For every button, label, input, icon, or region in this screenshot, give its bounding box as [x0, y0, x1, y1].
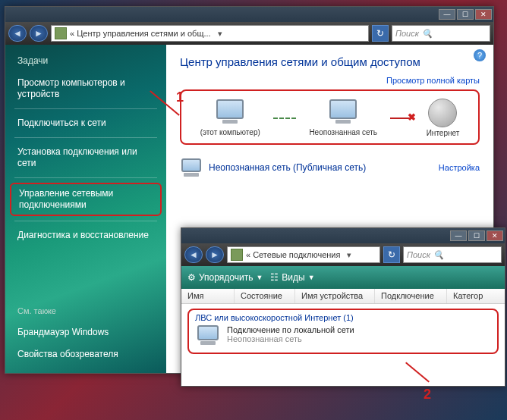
col-device[interactable]: Имя устройства: [295, 289, 375, 303]
views-icon: ☷: [270, 272, 279, 283]
column-header: Имя Состояние Имя устройства Подключение…: [181, 289, 505, 304]
titlebar: — ☐ ✕: [181, 228, 505, 243]
connection-item[interactable]: Подключение по локальной сети Неопознанн…: [195, 325, 491, 346]
navbar: ◄ ► « Сетевые подключения ▾ ↻ Поиск 🔍: [181, 243, 505, 266]
search-input[interactable]: Поиск 🔍: [403, 246, 502, 263]
network-row: Неопознанная сеть (Публичная сеть) Настр…: [180, 158, 480, 177]
customize-link[interactable]: Настройка: [439, 163, 480, 172]
connection-group: ЛВС или высокоскоростной Интернет (1) По…: [187, 309, 499, 354]
broken-connection-line: [390, 118, 413, 119]
search-icon: 🔍: [433, 250, 444, 260]
col-conn[interactable]: Подключение: [375, 289, 447, 303]
close-button[interactable]: ✕: [475, 9, 492, 20]
minimize-button[interactable]: —: [450, 230, 467, 241]
close-button[interactable]: ✕: [487, 230, 503, 241]
maximize-button[interactable]: ☐: [468, 230, 485, 241]
sidebar: Задачи Просмотр компьютеров и устройств …: [5, 45, 166, 373]
sidebar-foot-firewall[interactable]: Брандмауэр Windows: [5, 321, 166, 343]
refresh-button[interactable]: ↻: [383, 246, 400, 263]
sidebar-item-setup[interactable]: Установка подключения или сети: [5, 141, 166, 174]
chevron-down-icon: ▼: [256, 274, 263, 281]
connection-text: Подключение по локальной сети Неопознанн…: [227, 325, 354, 343]
network-icon: [55, 27, 67, 39]
node-this-computer: (этот компьютер): [200, 99, 260, 136]
connection-name: Подключение по локальной сети: [227, 325, 354, 334]
computer-icon: [213, 99, 247, 127]
help-icon[interactable]: ?: [474, 49, 486, 61]
sidebar-item-connect[interactable]: Подключиться к сети: [5, 112, 166, 134]
group-title[interactable]: ЛВС или высокоскоростной Интернет (1): [195, 313, 491, 322]
node-label: (этот компьютер): [200, 128, 260, 136]
forward-button[interactable]: ►: [30, 25, 48, 42]
address-dropdown-icon[interactable]: ▾: [343, 250, 355, 260]
connection-line: [273, 118, 296, 119]
sidebar-item-computers[interactable]: Просмотр компьютеров и устройств: [5, 72, 166, 105]
search-placeholder: Поиск: [395, 29, 419, 38]
sidebar-footer: См. также Брандмауэр Windows Свойства об…: [5, 299, 166, 365]
sidebar-item-manage-connections[interactable]: Управление сетевыми подключениями: [10, 183, 162, 216]
chevron-down-icon: ▼: [308, 274, 315, 281]
page-title: Центр управления сетями и общим доступом: [180, 55, 480, 68]
connection-status: Неопознанная сеть: [227, 334, 354, 343]
node-unknown-network: Неопознанная сеть: [309, 99, 377, 136]
organize-label: Упорядочить: [199, 272, 253, 283]
refresh-button[interactable]: ↻: [372, 25, 389, 42]
back-button[interactable]: ◄: [184, 246, 203, 263]
minimize-button[interactable]: —: [439, 9, 455, 20]
search-icon: 🔍: [422, 29, 433, 39]
search-input[interactable]: Поиск 🔍: [392, 25, 490, 42]
back-button[interactable]: ◄: [8, 25, 27, 42]
globe-icon: [428, 99, 457, 127]
network-icon: [231, 249, 243, 261]
node-internet: Интернет: [427, 99, 460, 137]
connection-icon: [195, 325, 221, 346]
callout-2: 2: [424, 387, 431, 403]
computer-icon: [326, 99, 360, 127]
address-bar[interactable]: « Центр управления сетями и общ... ▾: [51, 25, 369, 42]
sidebar-foot-heading: См. также: [5, 306, 166, 321]
divider: [14, 177, 157, 178]
list-body: ЛВС или высокоскоростной Интернет (1) По…: [181, 304, 505, 386]
gear-icon: ⚙: [187, 272, 196, 283]
node-label: Неопознанная сеть: [309, 128, 377, 136]
col-state[interactable]: Состояние: [235, 289, 295, 303]
computer-icon: [180, 158, 203, 177]
address-dropdown-icon[interactable]: ▾: [214, 29, 226, 39]
sidebar-item-diagnose[interactable]: Диагностика и восстановление: [5, 224, 166, 246]
network-connections-window: — ☐ ✕ ◄ ► « Сетевые подключения ▾ ↻ Поис…: [181, 227, 505, 387]
forward-button[interactable]: ►: [206, 246, 224, 263]
col-cat[interactable]: Категор: [447, 289, 505, 303]
search-placeholder: Поиск: [407, 250, 430, 259]
sidebar-heading: Задачи: [5, 55, 166, 72]
callout-1: 1: [176, 89, 184, 105]
address-bar[interactable]: « Сетевые подключения ▾: [227, 246, 380, 263]
network-map: (этот компьютер) Неопознанная сеть Интер…: [180, 89, 480, 145]
views-menu[interactable]: ☷ Виды ▼: [270, 272, 314, 283]
navbar: ◄ ► « Центр управления сетями и общ... ▾…: [5, 22, 493, 45]
sidebar-foot-browser[interactable]: Свойства обозревателя: [5, 343, 166, 365]
address-text: « Сетевые подключения: [246, 250, 340, 259]
titlebar: — ☐ ✕: [5, 7, 493, 22]
divider: [14, 137, 157, 138]
node-label: Интернет: [427, 129, 460, 137]
views-label: Виды: [282, 272, 304, 283]
col-name[interactable]: Имя: [181, 289, 235, 303]
address-text: « Центр управления сетями и общ...: [70, 29, 211, 38]
toolbar: ⚙ Упорядочить ▼ ☷ Виды ▼: [181, 266, 505, 289]
divider: [14, 221, 157, 221]
divider: [14, 108, 157, 109]
network-row-label: Неопознанная сеть (Публичная сеть): [209, 162, 366, 173]
full-map-link[interactable]: Просмотр полной карты: [180, 76, 480, 85]
organize-menu[interactable]: ⚙ Упорядочить ▼: [187, 272, 263, 283]
maximize-button[interactable]: ☐: [457, 9, 474, 20]
